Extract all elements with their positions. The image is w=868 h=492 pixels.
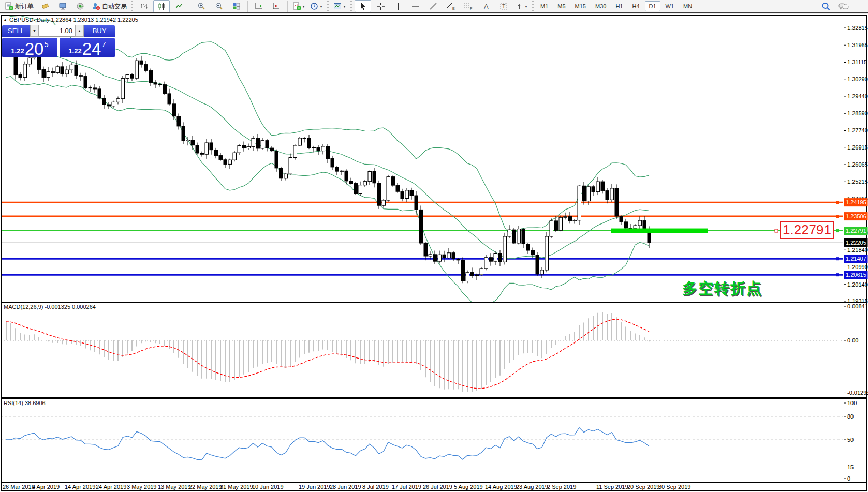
bar-chart-button[interactable] (136, 0, 152, 12)
arrows-button[interactable]: ▾ (513, 0, 529, 12)
timeframe-m15[interactable]: M15 (571, 1, 590, 11)
monitor-icon (58, 2, 67, 10)
new-order-label: 新订单 (15, 2, 34, 11)
toolbar-grip (350, 1, 352, 11)
trendline-button[interactable] (425, 0, 442, 12)
line-chart-icon (175, 2, 184, 10)
chart-area[interactable]: 1.328151.319651.311151.302901.294401.285… (0, 14, 868, 492)
bar-chart-icon (140, 2, 149, 10)
timeframe-d1[interactable]: D1 (645, 1, 660, 11)
trade-panel-toggle-icon[interactable]: ▲ (3, 18, 7, 22)
macd-indicator-label: MACD(12,26,9) -0.001325 0.000264 (4, 304, 96, 310)
line-chart-button[interactable] (171, 0, 187, 12)
callout-anchor[interactable] (775, 229, 778, 232)
line-anchor[interactable] (836, 215, 839, 218)
svg-text:T: T (502, 4, 505, 9)
svg-text:23 Aug 2019: 23 Aug 2019 (516, 484, 548, 490)
zoom-in-button[interactable] (193, 0, 210, 12)
autotrade-button[interactable]: 自动交易 (90, 0, 129, 12)
channel-button[interactable]: E (443, 0, 459, 12)
buy-price-big: 24 (82, 42, 101, 56)
dropdown-caret-icon: ▾ (302, 4, 304, 9)
candlestick-chart-icon (157, 2, 166, 10)
crosshair-icon (377, 2, 385, 10)
buy-button[interactable]: BUY (84, 25, 115, 37)
zoom-in-icon (197, 2, 206, 10)
svg-text:1.31965: 1.31965 (847, 42, 868, 48)
svg-text:22 May 2019: 22 May 2019 (189, 484, 222, 490)
crosshair-button[interactable] (372, 0, 389, 12)
svg-text:13 May 2019: 13 May 2019 (158, 484, 191, 490)
svg-text:14 Apr 2019: 14 Apr 2019 (65, 484, 95, 490)
indicators-button[interactable]: ▾ (290, 0, 307, 12)
svg-text:3 May 2019: 3 May 2019 (127, 484, 156, 490)
fibonacci-button[interactable]: F (460, 0, 477, 12)
vertical-line-button[interactable] (390, 0, 406, 12)
svg-text:1.20140: 1.20140 (847, 281, 868, 288)
sell-price-big: 20 (25, 42, 44, 56)
line-anchor[interactable] (836, 201, 839, 204)
svg-text:1.26915: 1.26915 (847, 144, 868, 151)
buy-price-head: 1.22 (68, 47, 81, 55)
svg-text:80: 80 (847, 413, 854, 420)
svg-text:11 Sep 2019: 11 Sep 2019 (596, 484, 628, 490)
chart-profile-icon (333, 2, 342, 10)
horizontal-line-button[interactable] (407, 0, 424, 12)
chart-frame (2, 16, 867, 491)
svg-text:26 Mar 2019: 26 Mar 2019 (3, 484, 35, 490)
zoom-out-button[interactable] (211, 0, 227, 12)
signal-button[interactable] (72, 0, 89, 12)
line-anchor[interactable] (836, 273, 839, 276)
volume-increase-button[interactable]: ▲ (75, 25, 84, 37)
svg-text:1.27740: 1.27740 (847, 127, 868, 133)
timeframe-mn[interactable]: MN (679, 1, 696, 11)
sell-price-head: 1.22 (11, 47, 24, 55)
price-callout-label[interactable]: 1.22791 (780, 221, 834, 239)
timeframe-w1[interactable]: W1 (661, 1, 679, 11)
timeframe-m30[interactable]: M30 (591, 1, 610, 11)
periods-button[interactable]: ▾ (308, 0, 325, 12)
eraser-button[interactable] (37, 0, 53, 12)
chart-profile-button[interactable]: ▾ (331, 0, 348, 12)
symbol-header: ▲ GBPUSD-,Daily 1.22864 1.23013 1.21942 … (3, 17, 138, 23)
cursor-button[interactable] (355, 0, 371, 12)
toolbar-grip (131, 1, 133, 11)
eraser-icon (41, 2, 50, 10)
svg-text:2 Sep 2019: 2 Sep 2019 (547, 484, 576, 490)
auto-scroll-button[interactable] (251, 0, 267, 12)
svg-text:30 Sep 2019: 30 Sep 2019 (658, 484, 690, 490)
text-label-button[interactable]: T (495, 0, 512, 12)
volume-input[interactable]: 1.00 (39, 25, 75, 37)
timeframe-h4[interactable]: H4 (628, 1, 643, 11)
line-anchor[interactable] (836, 229, 839, 232)
toolbar: 新订单 自动交易 ▾ ▾ (0, 0, 868, 13)
tile-windows-button[interactable] (228, 0, 245, 12)
timeframe-m5[interactable]: M5 (553, 1, 569, 11)
new-order-button[interactable]: 新订单 (3, 0, 36, 12)
chat-button[interactable] (835, 0, 852, 12)
toolbar-separator (190, 1, 190, 12)
line-anchor[interactable] (836, 257, 839, 260)
autotrade-label: 自动交易 (102, 2, 127, 11)
timeframe-h1[interactable]: H1 (611, 1, 627, 11)
svg-text:24 Apr 2019: 24 Apr 2019 (96, 484, 126, 490)
volume-decrease-button[interactable]: ▼ (30, 25, 39, 37)
sell-button[interactable]: SELL (2, 25, 30, 37)
search-button[interactable] (818, 0, 834, 12)
timeframe-m1[interactable]: M1 (536, 1, 552, 11)
text-button[interactable]: A (478, 0, 494, 12)
chart-shift-button[interactable] (268, 0, 285, 12)
toolbar-separator (287, 1, 288, 12)
svg-text:E: E (452, 7, 455, 10)
toolbar-right-icons (817, 0, 852, 12)
svg-text:20 Sep 2019: 20 Sep 2019 (627, 484, 659, 490)
sell-price-button[interactable]: 1.22 20 5 (2, 38, 57, 57)
highlight-segment[interactable] (611, 229, 708, 233)
auto-scroll-icon (255, 2, 263, 10)
monitor-button[interactable] (54, 0, 71, 12)
buy-price-button[interactable]: 1.22 24 7 (60, 38, 115, 57)
candlestick-chart-button[interactable] (153, 0, 170, 12)
symbol-header-text: GBPUSD-,Daily 1.22864 1.23013 1.21942 1.… (9, 17, 138, 23)
autotrade-icon (92, 2, 100, 10)
svg-text:1.21840: 1.21840 (847, 247, 868, 253)
